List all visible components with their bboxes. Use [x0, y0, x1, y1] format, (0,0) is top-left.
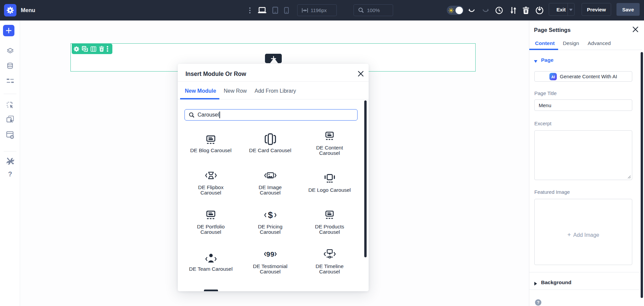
svg-text:AI: AI [551, 75, 555, 79]
svg-text:$: $ [268, 210, 273, 220]
svg-text:99: 99 [266, 251, 274, 258]
